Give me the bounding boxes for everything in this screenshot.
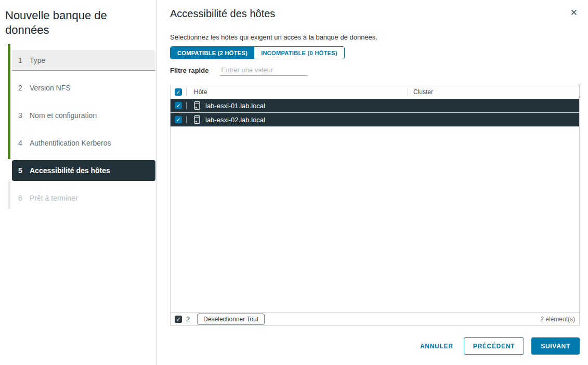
cell-host: lab-esxi-01.lab.local	[205, 102, 265, 110]
previous-button[interactable]: PRÉCÉDENT	[464, 337, 525, 355]
step-number: 3	[18, 111, 30, 120]
progress-bar-completed	[8, 44, 10, 159]
wizard-title: Nouvelle banque de données	[5, 8, 135, 37]
hosts-table: ✓ Hôte Cluster ✓	[170, 85, 580, 326]
step-label: Authentification Kerberos	[30, 139, 111, 147]
sidebar-step-name-configuration[interactable]: 3 Nom et configuration	[12, 105, 155, 126]
table-row[interactable]: ✓ lab-esxi-01.lab.local	[171, 99, 579, 113]
esxi-host-icon	[194, 115, 200, 124]
row-checkbox[interactable]: ✓	[175, 116, 182, 123]
selected-count: 2	[186, 315, 190, 323]
row-checkbox[interactable]: ✓	[175, 102, 182, 109]
quick-filter-input[interactable]	[220, 65, 307, 76]
close-icon[interactable]: ✕	[570, 8, 578, 17]
dialog-footer: ANNULER PRÉCÉDENT SUIVANT	[417, 337, 580, 355]
step-number: 6	[18, 194, 30, 202]
page-title: Accessibilité des hôtes	[170, 8, 580, 20]
step-label: Accessibilité des hôtes	[30, 166, 110, 175]
wizard-steps: 1 Type 2 Version NFS 3 Nom et configurat…	[12, 50, 155, 215]
step-number: 1	[18, 56, 30, 64]
items-count: 2 élément(s)	[540, 316, 575, 323]
step-label: Type	[30, 56, 45, 64]
wizard-content: ✕ Accessibilité des hôtes Sélectionnez l…	[157, 0, 588, 365]
cancel-button[interactable]: ANNULER	[417, 338, 456, 354]
quick-filter-row: Filtre rapide	[170, 65, 580, 76]
progress-bar-upcoming	[8, 181, 10, 209]
step-label: Prêt à terminer	[30, 194, 78, 202]
table-header: ✓ Hôte Cluster	[171, 85, 579, 99]
table-footer: ✓ 2 Désélectionner Tout 2 élément(s)	[171, 312, 579, 325]
page-description: Sélectionnez les hôtes qui exigent un ac…	[170, 33, 580, 41]
esxi-host-icon	[194, 101, 200, 110]
sidebar-step-host-accessibility[interactable]: 5 Accessibilité des hôtes	[12, 160, 155, 181]
quick-filter-label: Filtre rapide	[170, 67, 208, 74]
compatibility-tabs: COMPATIBLE (2 HÔTES) INCOMPATIBLE (0 HÔT…	[170, 46, 345, 59]
tab-compatible[interactable]: COMPATIBLE (2 HÔTES)	[171, 47, 254, 59]
column-header-cluster[interactable]: Cluster	[408, 88, 579, 96]
sidebar-step-ready-to-complete: 6 Prêt à terminer	[12, 188, 155, 208]
deselect-all-button[interactable]: Désélectionner Tout	[197, 314, 265, 325]
sidebar-step-nfs-version[interactable]: 2 Version NFS	[12, 77, 155, 98]
step-number: 5	[18, 166, 30, 175]
step-number: 2	[18, 84, 30, 92]
table-row[interactable]: ✓ lab-esxi-02.lab.local	[171, 113, 579, 127]
new-datastore-wizard-dialog: Nouvelle banque de données 1 Type 2 Vers…	[0, 0, 588, 365]
column-header-host[interactable]: Hôte	[187, 88, 408, 96]
tab-incompatible[interactable]: INCOMPATIBLE (0 HÔTES)	[254, 47, 344, 59]
footer-selection-checkbox[interactable]: ✓	[175, 316, 182, 323]
next-button[interactable]: SUIVANT	[531, 337, 580, 355]
table-body-empty	[171, 127, 579, 312]
wizard-sidebar: Nouvelle banque de données 1 Type 2 Vers…	[0, 0, 156, 365]
step-label: Nom et configuration	[30, 111, 97, 120]
step-label: Version NFS	[30, 84, 71, 92]
step-number: 4	[18, 139, 30, 147]
sidebar-step-type[interactable]: 1 Type	[12, 50, 155, 71]
sidebar-step-kerberos-authentication[interactable]: 4 Authentification Kerberos	[12, 133, 155, 153]
select-all-checkbox[interactable]: ✓	[175, 88, 182, 96]
cell-host: lab-esxi-02.lab.local	[205, 116, 265, 124]
